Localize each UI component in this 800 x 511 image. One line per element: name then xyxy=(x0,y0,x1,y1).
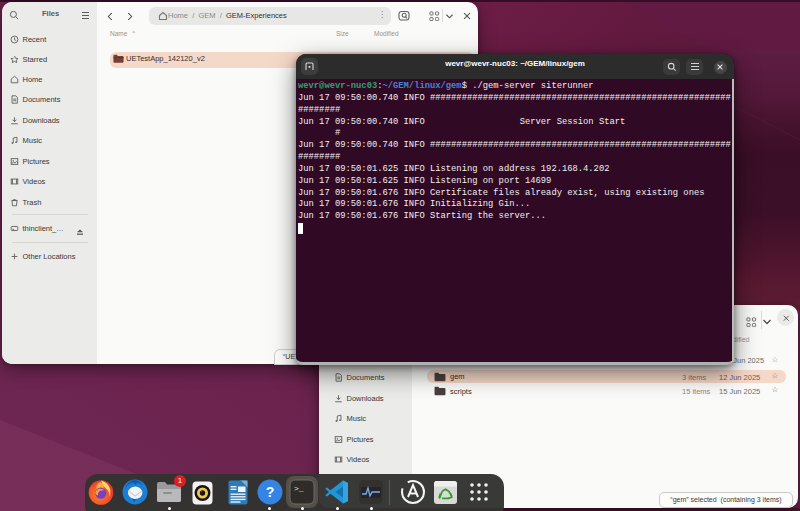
svg-text:?: ? xyxy=(266,484,275,500)
svg-text:>_: >_ xyxy=(294,484,304,493)
